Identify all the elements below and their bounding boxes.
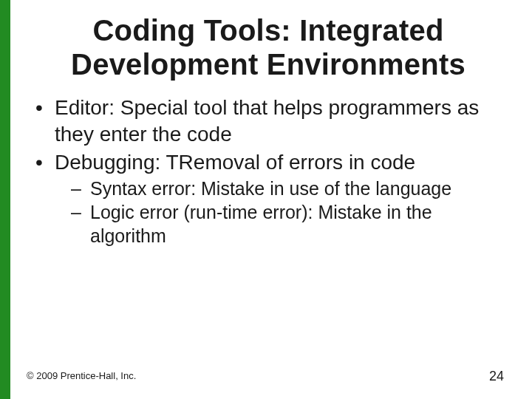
copyright-footer: © 2009 Prentice-Hall, Inc. (27, 370, 136, 381)
bullet-text: Editor: Special tool that helps programm… (55, 96, 479, 146)
sub-bullet-list: Syntax error: Mistake in use of the lang… (55, 177, 510, 248)
bullet-text: Debugging: TRemoval of errors in code (55, 151, 415, 174)
accent-bar (0, 0, 10, 399)
slide-title: Coding Tools: Integrated Development Env… (27, 13, 510, 81)
page-number: 24 (489, 369, 504, 384)
sub-bullet-text: Logic error (run-time error): Mistake in… (90, 202, 432, 246)
sub-bullet-item: Logic error (run-time error): Mistake in… (71, 200, 510, 248)
sub-bullet-text: Syntax error: Mistake in use of the lang… (90, 178, 451, 199)
bullet-list: Editor: Special tool that helps programm… (27, 95, 510, 248)
bullet-item: Editor: Special tool that helps programm… (33, 95, 510, 148)
slide-content: Coding Tools: Integrated Development Env… (10, 0, 532, 399)
sub-bullet-item: Syntax error: Mistake in use of the lang… (71, 177, 510, 200)
bullet-item: Debugging: TRemoval of errors in code Sy… (33, 149, 510, 248)
